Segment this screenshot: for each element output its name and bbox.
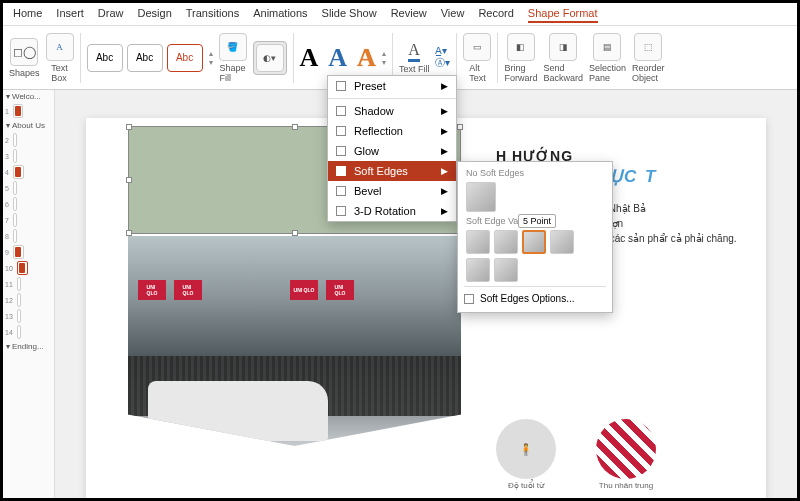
textbox-button[interactable]: A Text Box: [46, 33, 74, 83]
ribbon-tabs: Home Insert Draw Design Transitions Anim…: [3, 3, 797, 26]
tab-view[interactable]: View: [441, 7, 465, 23]
menu-item-shadow[interactable]: Shadow▶: [328, 101, 456, 121]
submenu-header: No Soft Edges: [466, 168, 604, 178]
avatar: [596, 419, 656, 479]
shape-effects-button[interactable]: ◐▾: [253, 41, 287, 75]
menu-label: Bevel: [354, 185, 382, 197]
effects-icon: ◐▾: [256, 44, 284, 72]
submenu-arrow-icon: ▶: [441, 146, 448, 156]
menu-item-3drotation[interactable]: 3-D Rotation▶: [328, 201, 456, 221]
section-header[interactable]: ▾Ending...: [3, 340, 54, 353]
menu-item-preset[interactable]: Preset▶: [328, 76, 456, 96]
bring-forward-button[interactable]: ◧ Bring Forward: [504, 33, 537, 83]
shapes-label: Shapes: [9, 68, 40, 78]
slide-thumb[interactable]: [17, 261, 28, 275]
submenu-arrow-icon: ▶: [441, 166, 448, 176]
bucket-icon: 🪣: [219, 33, 247, 61]
tab-draw[interactable]: Draw: [98, 7, 124, 23]
slide-thumb[interactable]: [13, 165, 24, 179]
tab-transitions[interactable]: Transitions: [186, 7, 239, 23]
slide-thumb[interactable]: [17, 309, 21, 323]
reorder-icon: ⬚: [634, 33, 662, 61]
shape-fill-button[interactable]: 🪣 Shape Fill: [219, 33, 247, 83]
tab-record[interactable]: Record: [478, 7, 513, 23]
person-block: 🧍Độ tuổi từ: [496, 419, 556, 490]
shape-effects-menu: Preset▶ Shadow▶ Reflection▶ Glow▶ Soft E…: [327, 75, 457, 222]
textfill-icon: A: [408, 41, 420, 62]
gallery-scroll[interactable]: ▴▾: [209, 49, 213, 67]
chevron-down-icon: ▾: [6, 92, 10, 101]
shape-fill-label: Shape Fill: [220, 63, 246, 83]
textbox-icon: A: [46, 33, 74, 61]
soft-edge-variation[interactable]: [466, 258, 490, 282]
soft-edges-submenu: No Soft Edges Soft Edge Variations 5 Poi…: [457, 161, 613, 313]
tab-design[interactable]: Design: [138, 7, 172, 23]
selection-pane-button[interactable]: ▤ Selection Pane: [589, 33, 626, 83]
soft-edge-variation[interactable]: [494, 230, 518, 254]
tab-home[interactable]: Home: [13, 7, 42, 23]
menu-item-softedges[interactable]: Soft Edges▶: [328, 161, 456, 181]
text-outline-icon[interactable]: A̲▾: [435, 45, 450, 56]
slide-thumb[interactable]: [13, 245, 24, 259]
wordart-style[interactable]: A: [328, 43, 347, 73]
menu-label: Shadow: [354, 105, 394, 117]
menu-item-bevel[interactable]: Bevel▶: [328, 181, 456, 201]
section-label: Welco...: [12, 92, 41, 101]
soft-edge-variation[interactable]: [522, 230, 546, 254]
menu-item-glow[interactable]: Glow▶: [328, 141, 456, 161]
wordart-gallery[interactable]: A A A: [300, 43, 376, 73]
slide-thumb[interactable]: [13, 133, 17, 147]
wordart-style[interactable]: A: [300, 43, 319, 73]
alt-text-button[interactable]: ▭ Alt Text: [463, 33, 491, 83]
bring-forward-label: Bring Forward: [504, 63, 537, 83]
tooltip: 5 Point: [518, 214, 556, 228]
menu-item-reflection[interactable]: Reflection▶: [328, 121, 456, 141]
submenu-arrow-icon: ▶: [441, 81, 448, 91]
chevron-down-icon: ▾: [6, 342, 10, 351]
slide-thumb[interactable]: [17, 293, 21, 307]
slide-thumb[interactable]: [13, 104, 23, 118]
wordart-style[interactable]: A: [357, 43, 376, 73]
tab-slideshow[interactable]: Slide Show: [322, 7, 377, 23]
reorder-objects-button[interactable]: ⬚ Reorder Object: [632, 33, 665, 83]
section-header[interactable]: ▾About Us: [3, 119, 54, 132]
tab-animations[interactable]: Animations: [253, 7, 307, 23]
shapes-button[interactable]: ◻◯ Shapes: [9, 38, 40, 78]
backward-icon: ◨: [549, 33, 577, 61]
text-effects-icon[interactable]: Ⓐ▾: [435, 56, 450, 70]
tab-review[interactable]: Review: [391, 7, 427, 23]
soft-edge-variation[interactable]: [550, 230, 574, 254]
slide-thumb[interactable]: [17, 325, 21, 339]
tab-insert[interactable]: Insert: [56, 7, 84, 23]
tab-shapeformat[interactable]: Shape Format: [528, 7, 598, 23]
text-fill-label: Text Fill: [399, 64, 430, 74]
soft-edges-options[interactable]: Soft Edges Options...: [464, 293, 606, 304]
style-swatch[interactable]: Abc: [127, 44, 163, 72]
slide-thumb[interactable]: [13, 149, 17, 163]
person-block: Thu nhân trung: [596, 419, 656, 490]
text-fill-button[interactable]: A Text Fill: [399, 41, 430, 74]
style-swatch[interactable]: Abc: [167, 44, 203, 72]
alttext-icon: ▭: [463, 33, 491, 61]
section-header[interactable]: ▾Welco...: [3, 90, 54, 103]
send-backward-button[interactable]: ◨ Send Backward: [543, 33, 583, 83]
shapes-icon: ◻◯: [10, 38, 38, 66]
style-swatch[interactable]: Abc: [87, 44, 123, 72]
soft-edge-variation[interactable]: [494, 258, 518, 282]
text-outline-effects[interactable]: A̲▾ Ⓐ▾: [435, 45, 450, 70]
slide-thumb[interactable]: [13, 229, 17, 243]
menu-label: Soft Edges: [354, 165, 408, 177]
slide-thumb[interactable]: [13, 213, 17, 227]
caption: Thu nhân trung: [596, 481, 656, 490]
soft-edge-variation[interactable]: [466, 230, 490, 254]
slide-thumb[interactable]: [13, 197, 17, 211]
soft-edge-none[interactable]: [466, 182, 496, 212]
slide-thumb[interactable]: [13, 181, 17, 195]
alt-text-label: Alt Text: [469, 63, 486, 83]
gallery-scroll[interactable]: ▴▾: [382, 49, 386, 67]
shape-styles-gallery[interactable]: Abc Abc Abc: [87, 44, 203, 72]
options-label: Soft Edges Options...: [480, 293, 575, 304]
selection-pane-label: Selection Pane: [589, 63, 626, 83]
slide-thumb[interactable]: [17, 277, 21, 291]
avatar: 🧍: [496, 419, 556, 479]
